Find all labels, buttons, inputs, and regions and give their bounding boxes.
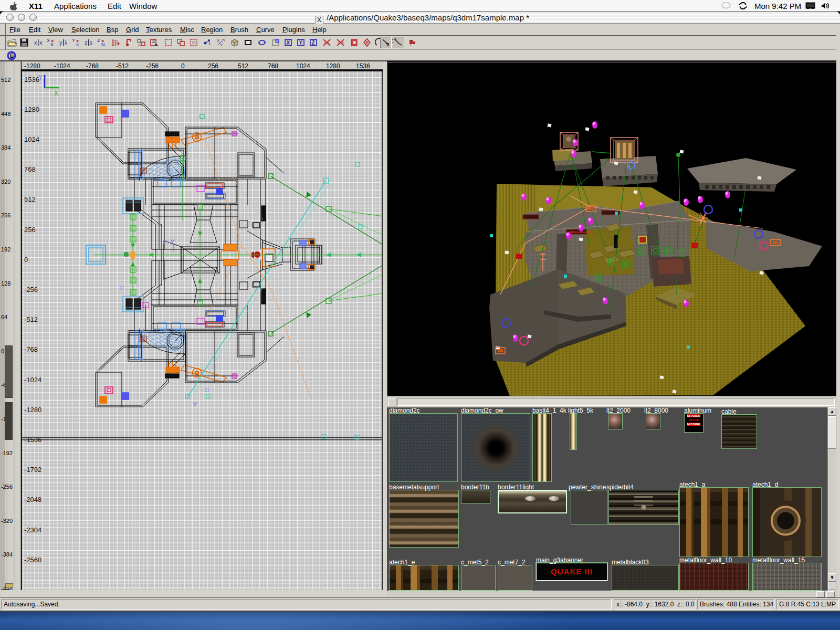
svg-text:512: 512 xyxy=(24,195,36,203)
svg-text:X: X xyxy=(50,42,54,47)
svg-text:1024: 1024 xyxy=(24,135,39,143)
svg-text:-2304: -2304 xyxy=(24,526,41,534)
svg-text:Y: Y xyxy=(72,38,75,43)
svg-text:-1024: -1024 xyxy=(24,376,41,384)
svg-text:MDL: MDL xyxy=(324,41,330,44)
svg-text:X: X xyxy=(287,40,290,46)
svg-text:-512: -512 xyxy=(24,316,38,323)
svg-text:768: 768 xyxy=(24,165,36,173)
svg-text:x: x xyxy=(39,39,43,46)
svg-text:s: s xyxy=(90,40,92,46)
svg-text:E: E xyxy=(10,53,14,59)
svg-text:256: 256 xyxy=(24,226,36,234)
svg-text:Y: Y xyxy=(299,40,303,46)
svg-text:λ: λ xyxy=(65,40,67,46)
svg-text:Y: Y xyxy=(170,238,175,246)
svg-text:Z: Z xyxy=(312,40,315,46)
svg-text:Y: Y xyxy=(38,74,43,81)
svg-text:-1792: -1792 xyxy=(24,466,41,474)
svg-text:x: x xyxy=(34,39,37,46)
svg-text:CAM: CAM xyxy=(338,41,344,44)
svg-text:Z: Z xyxy=(97,38,100,43)
svg-text:-768: -768 xyxy=(24,345,38,353)
svg-text:y: y xyxy=(59,39,62,46)
svg-text:1536: 1536 xyxy=(24,76,39,83)
svg-text:Y: Y xyxy=(193,401,197,408)
svg-text:X: X xyxy=(54,90,58,97)
svg-text:-256: -256 xyxy=(24,286,38,293)
svg-text:<: < xyxy=(76,42,79,47)
svg-text:1280: 1280 xyxy=(24,106,39,113)
svg-text:-1280: -1280 xyxy=(24,406,41,414)
svg-text:-2560: -2560 xyxy=(24,556,41,564)
svg-text:N: N xyxy=(101,42,105,47)
svg-text:-2048: -2048 xyxy=(24,496,41,503)
svg-text:X: X xyxy=(47,38,50,43)
svg-text:0: 0 xyxy=(24,256,28,264)
svg-text:Y: Y xyxy=(220,43,223,47)
svg-text:z: z xyxy=(85,39,88,46)
